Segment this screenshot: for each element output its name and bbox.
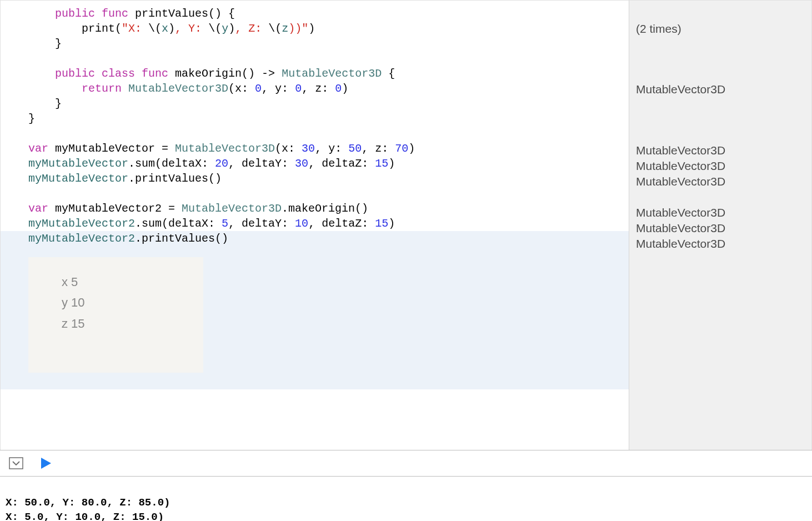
number: 0 [255,82,262,95]
toggle-console-button[interactable] [9,457,23,469]
keyword: class [102,67,135,80]
type-name: MutableVector3D [128,82,228,95]
type-name: MutableVector3D [175,142,275,155]
number: 0 [335,82,342,95]
code-text: (x: [228,82,255,95]
code-text: .sum(deltaX: [128,157,215,170]
number: 70 [395,142,408,155]
code-line[interactable]: var myMutableVector = MutableVector3D(x:… [28,141,629,156]
result-row[interactable]: MutableVector3D [636,236,805,252]
keyword: public [55,7,95,20]
number: 0 [295,82,302,95]
code-text: ) [342,82,348,95]
code-line[interactable]: } [28,96,629,111]
result-row[interactable]: (2 times) [636,21,805,37]
result-row[interactable] [636,98,805,113]
result-row[interactable] [636,6,805,21]
keyword: public [55,67,95,80]
code-text: ) [388,217,395,230]
code-text: .printValues() [128,172,222,185]
keyword: var [28,142,48,155]
svg-rect-0 [9,458,23,469]
keyword: return [82,82,122,95]
identifier: myMutableVector [28,172,128,185]
code-line[interactable]: var myMutableVector2 = MutableVector3D.m… [28,201,629,216]
string: , Y: [175,22,208,35]
code-text: .makeOrigin() [282,202,368,215]
code-line[interactable] [28,186,629,201]
result-row[interactable] [636,52,805,67]
result-row[interactable]: MutableVector3D [636,82,805,97]
string-escape: \( [208,22,222,35]
result-row[interactable]: MutableVector3D [636,143,805,158]
code-line[interactable] [28,51,629,66]
debug-toolbar [0,450,812,477]
code-text: ) [408,142,415,155]
code-text: , z: [302,82,335,95]
code-line[interactable]: myMutableVector2.sum(deltaX: 5, deltaY: … [28,216,629,231]
identifier: y [222,22,228,35]
code-text: ) [388,157,395,170]
code-line[interactable]: return MutableVector3D(x: 0, y: 0, z: 0) [28,81,629,96]
code-line[interactable]: public func printValues() { [28,6,629,21]
keyword: func [102,7,128,20]
code-line[interactable]: myMutableVector2.printValues() [28,231,629,246]
code-text: { [382,67,395,80]
result-row[interactable]: MutableVector3D [636,158,805,174]
code-line[interactable]: public class func makeOrigin() -> Mutabl… [28,66,629,81]
result-row[interactable] [636,113,805,128]
console-line: X: 50.0, Y: 80.0, Z: 85.0) [6,497,170,509]
code-text: .sum(deltaX: [135,217,222,230]
number: 5 [222,217,228,230]
identifier: x [162,22,168,35]
result-row[interactable] [636,128,805,143]
string-escape: ) [228,22,235,35]
identifier: z [282,22,288,35]
result-row[interactable]: MutableVector3D [636,221,805,236]
code-line[interactable]: myMutableVector.printValues() [28,171,629,186]
code-line[interactable]: print("X: \(x), Y: \(y), Z: \(z))") [28,21,629,36]
keyword: func [142,67,168,80]
inline-result-panel[interactable]: x 5 y 10 z 15 [28,257,203,373]
selected-line-block: myMutableVector2.printValues() x 5 y 10 … [1,231,629,389]
play-icon [40,457,52,470]
string-escape: \( [148,22,162,35]
inline-result-row: z 15 [62,313,170,334]
result-row[interactable]: MutableVector3D [636,205,805,221]
result-row[interactable] [636,37,805,52]
code-text: myMutableVector2 = [48,202,182,215]
code-text: , y: [262,82,295,95]
code-text: , deltaY: [228,217,295,230]
number: 30 [302,142,315,155]
result-row[interactable] [636,67,805,82]
code-line[interactable]: } [28,111,629,126]
code-editor[interactable]: public func printValues() { print("X: \(… [0,0,629,450]
type-name: MutableVector3D [282,67,382,80]
result-row[interactable]: MutableVector3D [636,174,805,189]
number: 15 [375,217,388,230]
chevron-down-box-icon [9,457,23,469]
number: 10 [295,217,308,230]
code-line[interactable] [28,126,629,141]
result-row[interactable] [636,190,805,205]
code-line[interactable]: } [28,36,629,51]
code-text: makeOrigin() -> [168,67,282,80]
code-line[interactable]: myMutableVector.sum(deltaX: 20, deltaY: … [28,156,629,171]
console-output[interactable]: X: 50.0, Y: 80.0, Z: 85.0) X: 5.0, Y: 10… [0,477,812,521]
number: 30 [295,157,308,170]
code-text: , z: [362,142,395,155]
code-text: printValues() { [128,7,235,20]
string: , Z: [235,22,268,35]
run-button[interactable] [40,457,52,470]
results-sidebar[interactable]: (2 times) MutableVector3D MutableVector3… [629,0,812,450]
keyword: var [28,202,48,215]
code-text: (x: [275,142,302,155]
inline-result-row: y 10 [62,292,170,313]
identifier: myMutableVector2 [28,232,135,245]
code-text: , y: [315,142,348,155]
string: ))" [288,22,308,35]
number: 50 [348,142,362,155]
playground-editor: public func printValues() { print("X: \(… [0,0,812,450]
code-text: .printValues() [135,232,228,245]
string-escape: ) [168,22,175,35]
